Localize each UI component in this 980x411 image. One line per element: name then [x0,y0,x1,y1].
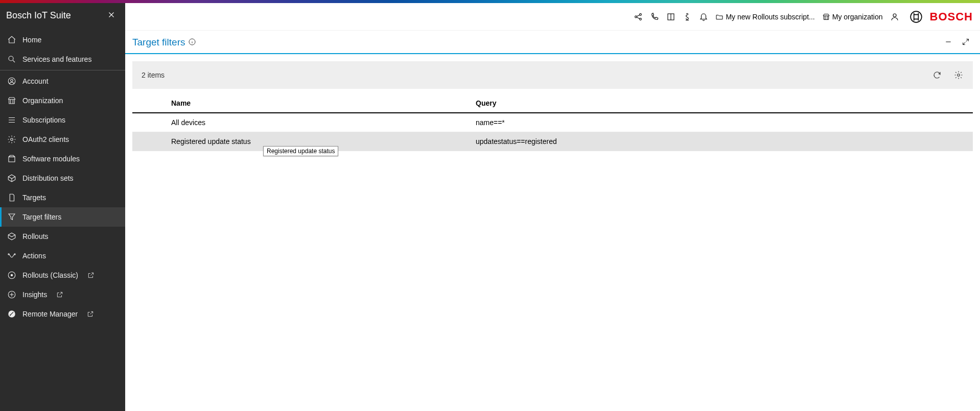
close-sidebar-button[interactable] [107,10,116,21]
sidebar-item-remote-manager[interactable]: Remote Manager [0,304,125,324]
sidebar-item-label: Organization [22,96,63,105]
app-title: Bosch IoT Suite [6,10,71,21]
folder-icon [715,13,724,21]
organization-icon [822,13,830,21]
remote-icon [7,309,16,319]
sidebar-item-label: Rollouts (Classic) [22,271,78,279]
svg-point-19 [958,74,960,77]
sidebar-item-label: Home [22,36,41,44]
sidebar-item-label: Software modules [22,155,80,163]
svg-point-11 [10,315,11,316]
external-link-icon [87,310,94,318]
share-icon[interactable] [632,10,645,23]
svg-point-2 [11,79,13,82]
svg-point-3 [11,138,13,141]
home-icon [7,35,16,44]
table-header-row: Name Query [132,94,973,113]
svg-point-12 [635,16,637,18]
sidebar-item-home[interactable]: Home [0,30,125,50]
bosch-logo-ring [908,10,924,23]
svg-point-16 [893,14,896,17]
package-icon [7,154,16,163]
sidebar-item-label: Insights [22,291,47,299]
subscription-link[interactable]: My new Rollouts subscript... [713,13,816,21]
page-header: Target filters [125,31,980,54]
sidebar-item-insights[interactable]: Insights [0,285,125,304]
filters-table: Name Query All devices name==* Registere… [132,94,973,151]
circle-dot-icon [7,271,16,280]
sidebar-item-rollouts-classic[interactable]: Rollouts (Classic) [0,265,125,285]
sidebar-item-targets[interactable]: Targets [0,188,125,207]
external-link-icon [87,272,95,279]
settings-icon[interactable] [953,70,964,80]
main: My new Rollouts subscript... My organiza… [125,3,980,411]
legal-icon[interactable] [681,10,694,23]
external-link-icon [56,291,63,298]
svg-point-13 [640,13,642,15]
sidebar-item-label: Targets [22,194,46,202]
svg-rect-4 [9,157,15,162]
sidebar-item-target-filters[interactable]: Target filters [0,207,125,227]
sidebar-item-label: Actions [22,252,46,260]
topbar: My new Rollouts subscript... My organiza… [125,3,980,31]
sidebar-item-subscriptions[interactable]: Subscriptions [0,110,125,130]
document-icon [7,193,16,202]
item-count: 2 items [142,71,165,79]
actions-icon [7,251,16,260]
sidebar-item-label: Distribution sets [22,174,74,182]
svg-point-17 [911,11,922,22]
sidebar-item-rollouts[interactable]: Rollouts [0,227,125,246]
gear-icon [7,135,16,144]
user-icon[interactable] [888,10,901,23]
sidebar-item-label: OAuth2 clients [22,135,69,143]
sidebar-item-label: Remote Manager [22,310,78,318]
minimize-icon[interactable] [944,38,952,47]
sidebar-item-account[interactable]: Account [0,71,125,91]
expand-icon[interactable] [962,38,970,47]
svg-point-8 [11,274,13,277]
table-toolbar: 2 items [132,61,973,89]
sidebar-item-distribution-sets[interactable]: Distribution sets [0,168,125,188]
search-icon [7,55,16,64]
sidebar-item-label: Subscriptions [22,116,65,124]
column-header-query[interactable]: Query [470,94,973,113]
row-query: updatestatus==registered [470,132,973,151]
sidebar-item-label: Target filters [22,213,61,221]
svg-point-0 [9,56,13,61]
bosch-wordmark: BOSCH [930,10,973,23]
refresh-icon[interactable] [932,70,942,80]
organization-label: My organization [832,13,883,21]
sidebar-item-oauth2[interactable]: OAuth2 clients [0,130,125,149]
info-icon[interactable] [188,38,196,47]
sidebar-item-organization[interactable]: Organization [0,91,125,110]
table-row[interactable]: Registered update status updatestatus==r… [132,132,973,151]
organization-link[interactable]: My organization [820,13,885,21]
book-icon[interactable] [664,10,678,23]
table-row[interactable]: All devices name==* [132,113,973,132]
user-icon [7,77,16,86]
tooltip: Registered update status [263,146,338,156]
subscription-label: My new Rollouts subscript... [726,13,814,21]
page-title: Target filters [132,37,185,48]
sidebar-item-actions[interactable]: Actions [0,246,125,265]
row-name: All devices [165,113,470,132]
row-query: name==* [470,113,973,132]
insights-icon [7,290,16,299]
sidebar-item-software-modules[interactable]: Software modules [0,149,125,168]
svg-point-14 [640,18,642,20]
sidebar-divider [0,70,125,70]
sidebar-item-services[interactable]: Services and features [0,50,125,69]
sidebar-item-label: Services and features [22,55,91,63]
sidebar-item-label: Rollouts [22,232,49,240]
list-icon [7,115,16,125]
sidebar: Bosch IoT Suite Home Services and featur… [0,3,125,411]
organization-icon [7,96,16,105]
cube-icon [7,232,16,241]
sidebar-item-label: Account [22,77,49,85]
box-icon [7,174,16,183]
filter-icon [7,212,16,222]
phone-icon[interactable] [648,10,661,23]
column-header-name[interactable]: Name [165,94,470,113]
bell-icon[interactable] [697,10,710,23]
